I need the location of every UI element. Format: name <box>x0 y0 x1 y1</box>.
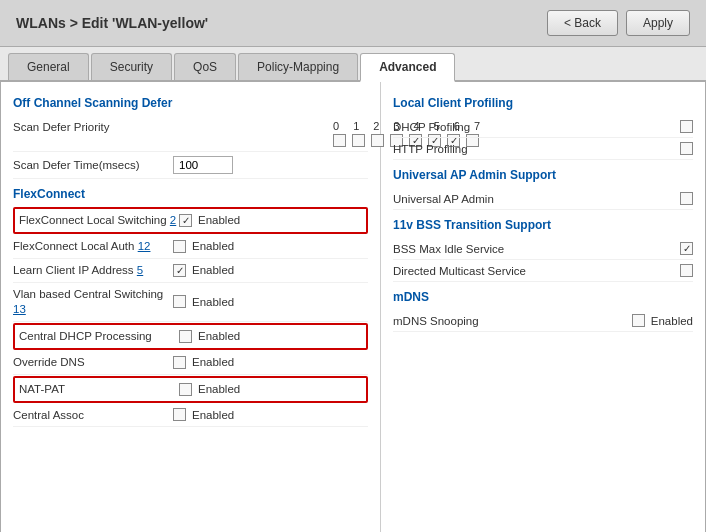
left-panel: Off Channel Scanning Defer Scan Defer Pr… <box>1 82 381 532</box>
nat-pat-row: NAT-PAT Enabled <box>19 380 362 399</box>
mdns-snooping-value: Enabled <box>632 314 693 327</box>
universal-ap-title: Universal AP Admin Support <box>393 168 693 182</box>
central-dhcp-enabled: Enabled <box>198 330 240 342</box>
central-assoc-value: Enabled <box>173 408 234 421</box>
scan-defer-time-value-area <box>173 156 233 174</box>
flexconnect-local-switching-border: FlexConnect Local Switching 2 Enabled <box>13 207 368 234</box>
learn-client-ip-label: Learn Client IP Address 5 <box>13 263 173 278</box>
bss-max-idle-row: BSS Max Idle Service <box>393 238 693 260</box>
flexconnect-title: FlexConnect <box>13 187 368 201</box>
footnote-5[interactable]: 5 <box>137 264 143 276</box>
flexconnect-local-auth-value: Enabled <box>173 240 234 253</box>
universal-ap-row: Universal AP Admin <box>393 188 693 210</box>
nat-pat-value: Enabled <box>179 383 240 396</box>
central-assoc-check[interactable] <box>173 408 186 421</box>
http-profiling-value <box>680 142 693 155</box>
override-dns-check[interactable] <box>173 356 186 369</box>
central-assoc-row: Central Assoc Enabled <box>13 404 368 428</box>
apply-button[interactable]: Apply <box>626 10 690 36</box>
bss-max-idle-value <box>680 242 693 255</box>
central-assoc-enabled: Enabled <box>192 409 234 421</box>
scan-defer-priority-row: Scan Defer Priority 0 1 2 3 4 5 6 7 <box>13 116 368 152</box>
scan-defer-priority-label: Scan Defer Priority <box>13 120 173 135</box>
central-assoc-label: Central Assoc <box>13 408 173 423</box>
bss-max-idle-label: BSS Max Idle Service <box>393 243 680 255</box>
learn-client-ip-enabled: Enabled <box>192 264 234 276</box>
nat-pat-label: NAT-PAT <box>19 382 179 397</box>
tab-advanced[interactable]: Advanced <box>360 53 455 82</box>
priority-inner: Scan Defer Priority 0 1 2 3 4 5 6 7 <box>13 120 368 147</box>
header: WLANs > Edit 'WLAN-yellow' < Back Apply <box>0 0 706 47</box>
scan-defer-time-input[interactable] <box>173 156 233 174</box>
directed-multicast-value <box>680 264 693 277</box>
local-client-title: Local Client Profiling <box>393 96 693 110</box>
override-dns-label: Override DNS <box>13 355 173 370</box>
flexconnect-local-auth-row: FlexConnect Local Auth 12 Enabled <box>13 235 368 259</box>
content-area: Off Channel Scanning Defer Scan Defer Pr… <box>0 82 706 532</box>
footnote-12[interactable]: 12 <box>138 240 151 252</box>
mdns-snooping-row: mDNS Snooping Enabled <box>393 310 693 332</box>
mdns-snooping-enabled: Enabled <box>651 315 693 327</box>
footnote-13[interactable]: 13 <box>13 303 26 315</box>
right-panel: Local Client Profiling DHCP Profiling HT… <box>381 82 705 532</box>
flexconnect-local-switching-check[interactable] <box>179 214 192 227</box>
universal-ap-label: Universal AP Admin <box>393 193 680 205</box>
nat-pat-border: NAT-PAT Enabled <box>13 376 368 403</box>
override-dns-enabled: Enabled <box>192 356 234 368</box>
directed-multicast-row: Directed Multicast Service <box>393 260 693 282</box>
vlan-central-switching-value: Enabled <box>173 295 234 308</box>
mdns-snooping-label: mDNS Snooping <box>393 315 632 327</box>
back-button[interactable]: < Back <box>547 10 618 36</box>
directed-multicast-label: Directed Multicast Service <box>393 265 680 277</box>
central-dhcp-value: Enabled <box>179 330 240 343</box>
vlan-central-switching-check[interactable] <box>173 295 186 308</box>
dhcp-profiling-row: DHCP Profiling <box>393 116 693 138</box>
nat-pat-enabled: Enabled <box>198 383 240 395</box>
footnote-2[interactable]: 2 <box>170 214 176 226</box>
override-dns-row: Override DNS Enabled <box>13 351 368 375</box>
nat-pat-check[interactable] <box>179 383 192 396</box>
vlan-central-switching-enabled: Enabled <box>192 296 234 308</box>
off-channel-title: Off Channel Scanning Defer <box>13 96 368 110</box>
priority-check-0[interactable] <box>333 134 346 147</box>
flexconnect-section: FlexConnect FlexConnect Local Switching … <box>13 187 368 427</box>
universal-ap-check[interactable] <box>680 192 693 205</box>
dhcp-profiling-check[interactable] <box>680 120 693 133</box>
flexconnect-local-auth-enabled: Enabled <box>192 240 234 252</box>
scan-defer-time-row: Scan Defer Time(msecs) <box>13 152 368 179</box>
learn-client-ip-check[interactable] <box>173 264 186 277</box>
override-dns-value: Enabled <box>173 356 234 369</box>
header-buttons: < Back Apply <box>547 10 690 36</box>
priority-check-1[interactable] <box>352 134 365 147</box>
tab-security[interactable]: Security <box>91 53 172 80</box>
bss-title: 11v BSS Transition Support <box>393 218 693 232</box>
flexconnect-local-auth-check[interactable] <box>173 240 186 253</box>
vlan-central-switching-label: Vlan based Central Switching 13 <box>13 287 173 317</box>
bss-max-idle-check[interactable] <box>680 242 693 255</box>
mdns-title: mDNS <box>393 290 693 304</box>
central-dhcp-check[interactable] <box>179 330 192 343</box>
tab-policy-mapping[interactable]: Policy-Mapping <box>238 53 358 80</box>
flexconnect-local-switching-value: Enabled <box>179 214 240 227</box>
vlan-central-switching-row: Vlan based Central Switching 13 Enabled <box>13 283 368 322</box>
http-profiling-row: HTTP Profiling <box>393 138 693 160</box>
central-dhcp-row: Central DHCP Processing Enabled <box>19 327 362 346</box>
learn-client-ip-value: Enabled <box>173 264 234 277</box>
flexconnect-local-switching-label: FlexConnect Local Switching 2 <box>19 213 179 228</box>
flexconnect-local-switching-row: FlexConnect Local Switching 2 Enabled <box>19 211 362 230</box>
mdns-snooping-check[interactable] <box>632 314 645 327</box>
http-profiling-check[interactable] <box>680 142 693 155</box>
tab-general[interactable]: General <box>8 53 89 80</box>
page-title: WLANs > Edit 'WLAN-yellow' <box>16 15 208 31</box>
tab-qos[interactable]: QoS <box>174 53 236 80</box>
universal-ap-value <box>680 192 693 205</box>
learn-client-ip-row: Learn Client IP Address 5 Enabled <box>13 259 368 283</box>
scan-defer-time-label: Scan Defer Time(msecs) <box>13 158 173 173</box>
dhcp-profiling-value <box>680 120 693 133</box>
directed-multicast-check[interactable] <box>680 264 693 277</box>
http-profiling-label: HTTP Profiling <box>393 143 680 155</box>
flexconnect-local-switching-enabled: Enabled <box>198 214 240 226</box>
tabs-bar: General Security QoS Policy-Mapping Adva… <box>0 47 706 82</box>
flexconnect-local-auth-label: FlexConnect Local Auth 12 <box>13 239 173 254</box>
dhcp-profiling-label: DHCP Profiling <box>393 121 680 133</box>
